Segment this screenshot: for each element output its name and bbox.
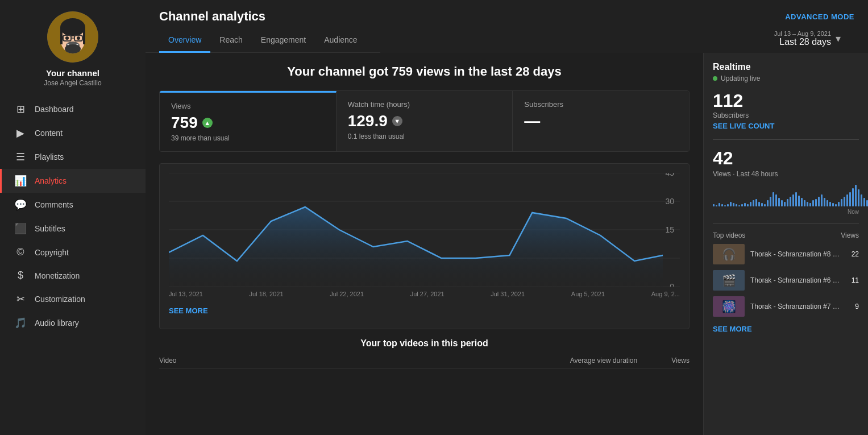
chart-x-labels: Jul 13, 2021Jul 18, 2021Jul 22, 2021Jul … [169,288,680,300]
mini-bar-item [804,200,805,206]
tab-overview[interactable]: Overview [159,28,210,53]
realtime-top-videos-list: 🎧 Thorak - Schranznation #8 S... 22 🎬 Th… [713,244,859,317]
mini-bar-item [721,204,723,206]
metric-card-watch-time-(hours)[interactable]: Watch time (hours) 129.9 ▼ 0.1 less than… [337,91,513,151]
tab-audience[interactable]: Audience [315,28,366,53]
tab-engagement[interactable]: Engagement [252,28,315,53]
metric-label: Watch time (hours) [348,100,501,109]
chart-x-label: Jul 18, 2021 [250,291,284,297]
mini-bar-item [835,204,837,206]
sidebar-item-monetization[interactable]: $ Monetization [0,264,146,287]
mini-bar-item [792,194,794,206]
top-video-name-1: Thorak - Schranznation #6 S... [750,276,842,284]
see-more-right-button[interactable]: SEE MORE [713,322,752,335]
top-video-item[interactable]: 🎆 Thorak - Schranznation #7 Sc... 9 [713,296,859,317]
neutral-icon: ▼ [392,116,402,126]
live-label: Updating live [721,74,760,82]
metric-card-subscribers[interactable]: Subscribers — [513,91,689,151]
svg-point-2 [60,18,85,36]
sidebar-item-audio-library[interactable]: 🎵 Audio library [0,311,146,335]
sidebar-item-copyright[interactable]: © Copyright [0,241,146,264]
mini-bar-item [730,202,732,206]
top-video-thumb-1: 🎬 [713,270,745,291]
analytics-main: Your channel got 759 views in the last 2… [146,53,703,435]
sidebar-item-comments[interactable]: 💬 Comments [0,193,146,217]
top-video-item[interactable]: 🎬 Thorak - Schranznation #6 S... 11 [713,270,859,291]
see-live-count-button[interactable]: SEE LIVE COUNT [713,122,774,130]
top-video-item[interactable]: 🎧 Thorak - Schranznation #8 S... 22 [713,244,859,264]
sidebar-label-subtitles: Subtitles [35,224,65,233]
mini-bar-item [809,203,811,206]
sidebar: Your channel Jose Angel Castillo ⊞ Dashb… [0,0,146,435]
page-title: Channel analytics [159,9,265,24]
mini-bar-item [795,192,797,206]
mini-bar-item [844,197,845,206]
sidebar-label-content: Content [35,129,63,138]
metrics-row: Views 759 ▲ 39 more than usual Watch tim… [159,90,690,152]
sidebar-label-monetization: Monetization [35,271,80,280]
analytics-tabs: OverviewReachEngagementAudience [146,28,380,53]
sidebar-item-customization[interactable]: ✂ Customization [0,287,146,311]
mini-bar-item [733,203,734,206]
date-range-bar: Jul 13 – Aug 9, 2021 Last 28 days ▾ [761,24,854,53]
metric-change: 0.1 less than usual [348,132,501,140]
svg-text:45: 45 [665,173,674,177]
channel-name: Your channel [46,68,99,78]
metric-value: — [524,112,678,130]
metric-label: Subscribers [524,100,678,109]
mini-bar-item [773,192,774,206]
sidebar-item-analytics[interactable]: 📊 Analytics [0,169,146,193]
mini-bar-item [858,189,859,206]
svg-text:0: 0 [670,282,674,287]
mini-bar-item [849,192,851,206]
mini-bar-item [755,199,757,206]
top-videos-table-header: Video Average view duration Views [159,353,690,368]
sidebar-item-content[interactable]: ▶ Content [0,121,146,145]
mini-bar-item [784,202,786,206]
advanced-mode-button[interactable]: ADVANCED MODE [785,13,854,21]
sidebar-label-dashboard: Dashboard [35,105,74,114]
right-panel: Realtime Updating live 112 Subscribers S… [703,53,868,435]
top-video-thumb-2: 🎆 [713,296,745,317]
tab-reach[interactable]: Reach [210,28,251,53]
sidebar-item-subtitles[interactable]: ⬛ Subtitles [0,217,146,241]
mini-bar-item [753,200,754,206]
channel-headline: Your channel got 759 views in the last 2… [159,64,690,79]
chart-x-label: Jul 31, 2021 [491,291,525,297]
metric-number: 759 [171,114,198,132]
top-video-views-2: 9 [848,303,859,310]
svg-point-11 [65,44,81,53]
sidebar-item-dashboard[interactable]: ⊞ Dashboard [0,97,146,121]
comments-icon: 💬 [14,198,27,211]
page-header: Channel analytics ADVANCED MODE [146,0,868,24]
audio-library-icon: 🎵 [14,317,27,329]
date-range-dropdown-icon[interactable]: ▾ [836,32,841,45]
metric-number: — [524,112,540,130]
mini-bar-item [738,205,740,206]
mini-bar-item [747,204,749,206]
svg-text:30: 30 [665,197,674,206]
svg-rect-4 [83,27,85,44]
content-icon: ▶ [14,127,27,139]
mini-bar-item [787,199,788,206]
realtime-live: Updating live [713,74,859,82]
mini-bar-item [838,202,840,206]
sidebar-item-playlists[interactable]: ☰ Playlists [0,145,146,169]
date-range-small: Jul 13 – Aug 9, 2021 [774,30,831,37]
monetization-icon: $ [14,270,27,281]
mini-bar-item [767,200,769,206]
top-video-name-2: Thorak - Schranznation #7 Sc... [750,303,842,310]
top-video-views-0: 22 [848,250,859,258]
metric-card-views[interactable]: Views 759 ▲ 39 more than usual [160,91,337,151]
now-label: Now [713,209,859,215]
mini-bar-item [852,188,854,206]
see-more-button[interactable]: SEE MORE [169,302,208,320]
sidebar-label-playlists: Playlists [35,152,64,161]
svg-rect-3 [60,27,63,44]
mini-bar-item [861,194,862,206]
svg-point-8 [65,36,69,40]
mini-bar-item [750,202,751,206]
mini-bar-item [713,204,715,206]
chart-x-label: Jul 27, 2021 [410,291,445,297]
main-area: Channel analytics ADVANCED MODE Overview… [146,0,868,435]
